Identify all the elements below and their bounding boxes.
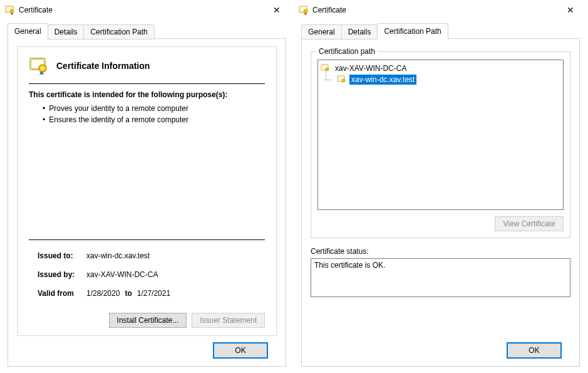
close-icon: ✕ xyxy=(273,5,281,15)
issued-to-label: Issued to: xyxy=(38,251,81,260)
purpose-item: Ensures the identity of a remote compute… xyxy=(43,114,265,125)
tabstrip: General Details Certification Path xyxy=(301,23,580,39)
close-button[interactable]: ✕ xyxy=(265,1,289,19)
issued-to-value: xav-win-dc.xav.test xyxy=(86,251,150,260)
window-title: Certificate xyxy=(312,6,559,14)
issued-by-value: xav-XAV-WIN-DC-CA xyxy=(86,270,158,279)
cert-info-panel: Certificate Information This certificate… xyxy=(17,46,277,336)
titlebar: Certificate ✕ xyxy=(294,0,587,20)
valid-to-label: to xyxy=(125,289,132,298)
tab-certification-path[interactable]: Certification Path xyxy=(83,24,154,39)
certificate-dialog-general: Certificate ✕ General Details Certificat… xyxy=(0,0,294,373)
svg-point-1 xyxy=(10,9,14,13)
svg-point-5 xyxy=(41,66,44,70)
issued-by-label: Issued by: xyxy=(38,270,81,279)
cert-status-text: This certificate is OK. xyxy=(314,261,385,270)
tab-details[interactable]: Details xyxy=(341,24,378,39)
titlebar: Certificate ✕ xyxy=(0,0,294,20)
certpath-group-label: Certification path xyxy=(316,47,378,56)
purpose-item: Proves your identity to a remote compute… xyxy=(43,103,265,114)
valid-row: Valid from 1/28/2020 to 1/27/2021 xyxy=(38,289,265,298)
cert-status-label: Certificate status: xyxy=(311,247,570,256)
tree-root-label: xav-XAV-WIN-DC-CA xyxy=(333,63,408,73)
ok-button[interactable]: OK xyxy=(213,342,268,359)
certpath-group: Certification path xav-XAV-WIN-DC-CA xyxy=(311,51,570,238)
certificate-app-icon xyxy=(299,5,309,15)
tree-root-node[interactable]: xav-XAV-WIN-DC-CA xyxy=(321,63,560,74)
ok-button[interactable]: OK xyxy=(507,342,562,359)
tree-leaf-node[interactable]: xav-win-dc.xav.test xyxy=(321,74,560,85)
svg-point-7 xyxy=(304,9,307,13)
tab-details[interactable]: Details xyxy=(48,24,85,39)
certpath-tree[interactable]: xav-XAV-WIN-DC-CA xav-win-dc.xav.test xyxy=(317,60,564,210)
certificate-dialog-certpath: Certificate ✕ General Details Certificat… xyxy=(294,0,587,373)
tab-page-general: Certificate Information This certificate… xyxy=(8,38,286,367)
tabstrip: General Details Certification Path xyxy=(8,23,286,39)
cert-info-heading: Certificate Information xyxy=(56,61,150,71)
issued-by-row: Issued by: xav-XAV-WIN-DC-CA xyxy=(38,270,265,279)
window-title: Certificate xyxy=(19,6,265,14)
purpose-block: This certificate is intended for the fol… xyxy=(29,84,265,128)
svg-point-11 xyxy=(342,79,345,82)
valid-from-value: 1/28/2020 xyxy=(86,289,120,298)
valid-from-label: Valid from xyxy=(38,289,81,298)
install-certificate-button[interactable]: Install Certificate... xyxy=(109,313,187,328)
tab-page-certpath: Certification path xav-XAV-WIN-DC-CA xyxy=(301,38,580,367)
view-certificate-button: View Certificate xyxy=(495,216,564,231)
valid-to-value: 1/27/2021 xyxy=(137,289,170,298)
cert-status-box: This certificate is OK. xyxy=(311,258,570,297)
close-button[interactable]: ✕ xyxy=(559,1,582,19)
tree-connector-icon xyxy=(321,74,334,85)
close-icon: ✕ xyxy=(567,5,574,15)
tab-general[interactable]: General xyxy=(301,24,342,39)
purpose-intro: This certificate is intended for the fol… xyxy=(29,90,265,99)
certificate-app-icon xyxy=(5,5,15,15)
issued-to-row: Issued to: xav-win-dc.xav.test xyxy=(38,251,265,260)
tab-certification-path[interactable]: Certification Path xyxy=(377,23,448,39)
certificate-file-icon xyxy=(337,75,347,85)
issuer-statement-button: Issuer Statement xyxy=(192,313,265,328)
certificate-icon xyxy=(29,56,49,76)
tree-leaf-label: xav-win-dc.xav.test xyxy=(349,75,416,85)
tab-general[interactable]: General xyxy=(8,23,48,39)
